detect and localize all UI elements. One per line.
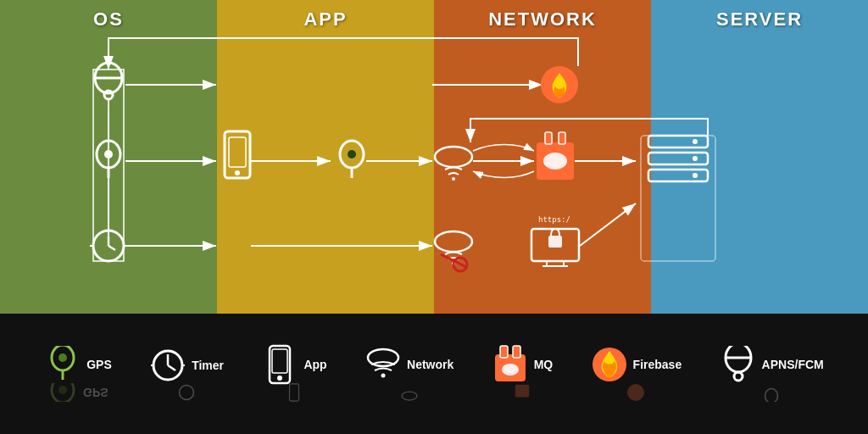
legend-network: Network	[364, 346, 453, 402]
svg-rect-74	[500, 346, 508, 358]
apns-legend-label: APNS/FCM	[762, 358, 824, 371]
os-header: OS	[93, 8, 124, 31]
network-legend-icon	[364, 346, 402, 383]
legend-firebase: Firebase	[591, 346, 682, 402]
server-header: SERVER	[716, 8, 803, 31]
svg-rect-75	[513, 346, 520, 358]
svg-point-56	[58, 353, 67, 362]
column-os: OS	[0, 0, 217, 314]
app-legend-icon	[261, 346, 298, 383]
svg-point-76	[502, 364, 519, 376]
svg-rect-68	[272, 349, 287, 373]
legend-apns: APNS/FCM	[720, 346, 824, 402]
svg-point-59	[58, 386, 67, 394]
app-header: APP	[303, 8, 347, 31]
gps-legend-label: GPS	[86, 358, 112, 371]
timer-legend-icon	[149, 347, 186, 384]
svg-line-62	[168, 365, 175, 370]
timer-legend-label: Timer	[192, 359, 224, 372]
legend-app: App	[261, 346, 326, 402]
svg-point-79	[627, 384, 644, 401]
svg-point-65	[180, 386, 194, 400]
app-legend-label: App	[303, 358, 326, 371]
svg-point-67	[277, 376, 282, 381]
svg-rect-69	[290, 384, 299, 401]
diagram: OS APP NETWORK SERVER	[0, 0, 868, 314]
column-app: APP	[217, 0, 434, 314]
column-network: NETWORK	[434, 0, 651, 314]
svg-point-84	[765, 389, 778, 403]
firebase-legend-icon	[591, 346, 628, 383]
svg-point-72	[402, 392, 417, 400]
firebase-legend-label: Firebase	[633, 358, 682, 371]
legend-mq: MQ	[492, 346, 554, 402]
apns-legend-icon	[720, 346, 757, 383]
svg-point-71	[381, 374, 386, 378]
legend-bar: GPS GPS Timer	[0, 314, 868, 434]
mq-legend-label: MQ	[534, 358, 554, 371]
gps-legend-icon	[44, 346, 81, 383]
network-header: NETWORK	[488, 8, 597, 31]
legend-timer: Timer	[149, 347, 224, 401]
network-legend-label: Network	[407, 358, 453, 371]
mq-legend-icon	[492, 346, 529, 383]
legend-gps: GPS GPS	[44, 346, 112, 402]
column-server: SERVER	[651, 0, 868, 314]
svg-rect-77	[515, 385, 530, 398]
svg-point-82	[734, 372, 743, 381]
